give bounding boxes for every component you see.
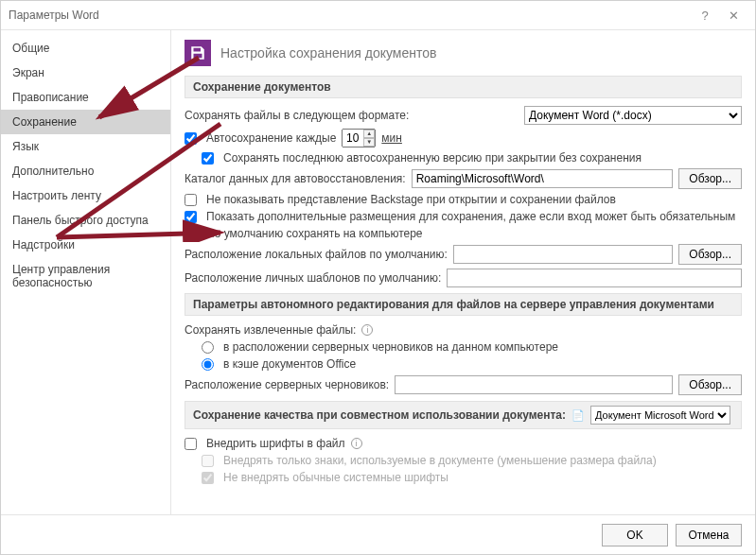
opt-server-radio[interactable] — [202, 341, 214, 354]
word-doc-icon: 📄 — [571, 409, 585, 422]
sidebar-item-proofing[interactable]: Правописание — [1, 85, 170, 110]
window-title: Параметры Word — [9, 9, 691, 22]
options-dialog: Параметры Word ? ✕ Общие Экран Правописа… — [0, 0, 756, 555]
format-select[interactable]: Документ Word (*.docx) — [524, 106, 742, 125]
default-local-checkbox[interactable] — [185, 228, 197, 240]
quality-doc-select[interactable]: Документ Microsoft Word — [590, 406, 730, 425]
no-backstage-label: Не показывать представление Backstage пр… — [206, 193, 616, 206]
sidebar-item-display[interactable]: Экран — [1, 61, 170, 85]
opt-cache-radio[interactable] — [202, 358, 214, 371]
sidebar-item-advanced[interactable]: Дополнительно — [1, 159, 170, 183]
catalog-input[interactable] — [412, 169, 674, 188]
catalog-label: Каталог данных для автовосстановления: — [185, 172, 406, 185]
server-drafts-label: Расположение серверных черновиков: — [185, 378, 389, 391]
help-icon[interactable]: ? — [691, 9, 719, 23]
section-quality-title: Сохранение качества при совместном испол… — [193, 408, 566, 422]
autosave-checkbox[interactable] — [185, 132, 197, 145]
dialog-footer: OK Отмена — [1, 514, 755, 554]
autosave-unit: мин — [381, 131, 402, 145]
info-icon[interactable]: i — [351, 438, 362, 449]
catalog-browse-button[interactable]: Обзор... — [678, 168, 742, 189]
embed-fonts-checkbox[interactable] — [185, 438, 197, 450]
default-local-label: По умолчанию сохранять на компьютере — [206, 227, 423, 240]
keep-last-label: Сохранять последнюю автосохраненную верс… — [223, 151, 642, 165]
section-offline-header: Параметры автономного редактирования для… — [185, 293, 742, 316]
sidebar-item-save[interactable]: Сохранение — [1, 110, 170, 134]
section-quality-header: Сохранение качества при совместном испол… — [185, 401, 742, 429]
local-loc-input[interactable] — [453, 245, 673, 264]
sidebar-item-general[interactable]: Общие — [1, 36, 170, 61]
embed-fonts-label: Внедрить шрифты в файл — [206, 437, 345, 450]
info-icon[interactable]: i — [361, 324, 373, 336]
format-label: Сохранять файлы в следующем формате: — [185, 109, 409, 122]
cancel-button[interactable]: Отмена — [676, 524, 742, 546]
embed-used-label: Внедрять только знаки, используемые в до… — [223, 454, 657, 467]
show-extra-label: Показать дополнительные размещения для с… — [206, 210, 735, 223]
opt-server-label: в расположении серверных черновиков на д… — [223, 340, 558, 354]
sidebar-item-qat[interactable]: Панель быстрого доступа — [1, 208, 170, 233]
server-drafts-input[interactable] — [395, 375, 673, 394]
sidebar-item-addins[interactable]: Надстройки — [1, 233, 170, 257]
embed-used-checkbox — [202, 455, 214, 467]
show-extra-checkbox[interactable] — [185, 211, 197, 223]
local-loc-label: Расположение локальных файлов по умолчан… — [185, 248, 448, 261]
save-extracted-label: Сохранять извлеченные файлы: — [185, 323, 356, 337]
close-icon[interactable]: ✕ — [719, 9, 747, 23]
sidebar-item-language[interactable]: Язык — [1, 134, 170, 159]
section-save-header: Сохранение документов — [185, 76, 742, 98]
autosave-spinner[interactable]: ▲▼ — [363, 130, 375, 147]
autosave-label: Автосохранение каждые — [206, 131, 336, 145]
personal-tpl-label: Расположение личных шаблонов по умолчани… — [185, 271, 441, 285]
no-system-fonts-checkbox — [202, 472, 214, 484]
opt-cache-label: в кэше документов Office — [223, 357, 356, 371]
save-icon — [185, 40, 211, 66]
content-pane: Настройка сохранения документов Сохранен… — [171, 30, 755, 514]
sidebar: Общие Экран Правописание Сохранение Язык… — [1, 30, 171, 514]
page-title: Настройка сохранения документов — [220, 45, 436, 61]
no-system-fonts-label: Не внедрять обычные системные шрифты — [223, 471, 448, 484]
personal-tpl-input[interactable] — [447, 269, 742, 287]
sidebar-item-trust[interactable]: Центр управления безопасностью — [1, 257, 170, 295]
sidebar-item-ribbon[interactable]: Настроить ленту — [1, 183, 170, 208]
keep-last-checkbox[interactable] — [202, 152, 214, 165]
server-drafts-browse-button[interactable]: Обзор... — [678, 374, 742, 395]
titlebar: Параметры Word ? ✕ — [1, 1, 755, 29]
no-backstage-checkbox[interactable] — [185, 194, 197, 206]
ok-button[interactable]: OK — [602, 524, 668, 546]
local-loc-browse-button[interactable]: Обзор... — [678, 244, 742, 265]
